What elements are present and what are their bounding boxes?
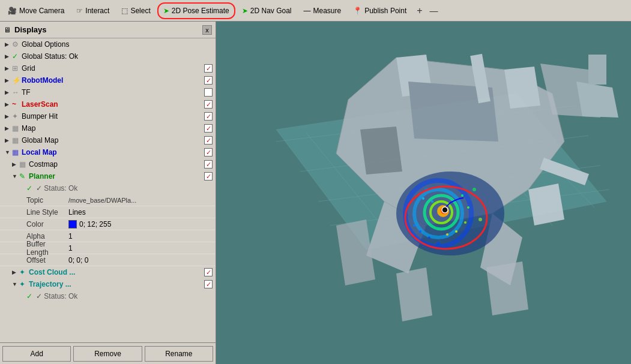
costmap-checkbox[interactable]: [204, 160, 213, 169]
tree-item-local-map[interactable]: ▼ ▦ Local Map: [0, 146, 216, 158]
interact-label: Interact: [85, 7, 109, 15]
svg-point-29: [413, 224, 415, 227]
remove-display-button[interactable]: Remove: [73, 346, 142, 362]
offset-value[interactable]: 0; 0; 0: [66, 256, 216, 264]
bumperhit-icon: ✦: [12, 112, 22, 121]
map-checkbox[interactable]: [204, 124, 213, 133]
tree-container[interactable]: ▶ ⚙ Global Options ▶ ✓ Global Status: Ok…: [0, 38, 216, 342]
pose-estimate-button[interactable]: ➤ 2D Pose Estimate: [157, 2, 235, 19]
line-style-value[interactable]: Lines: [66, 208, 216, 216]
topic-key: Topic: [0, 196, 66, 204]
costcloud-checkbox[interactable]: [204, 268, 213, 276]
svg-point-32: [431, 200, 433, 203]
tree-item-map[interactable]: ▶ ▦ Map: [0, 122, 216, 134]
prop-row-color: Color 0; 12; 255: [0, 218, 216, 230]
svg-point-35: [467, 206, 469, 209]
planner-icon: ✎: [19, 172, 29, 181]
planner-checkbox[interactable]: [204, 172, 213, 181]
bumperhit-label: Bumper Hit: [22, 112, 204, 121]
prop-row-buffer-length: Buffer Length 1: [0, 242, 216, 254]
trajectory-icon: ✦: [19, 280, 29, 288]
map-label: Map: [22, 124, 204, 133]
robotmodel-label: RobotModel: [22, 76, 204, 85]
tf-checkbox[interactable]: [204, 88, 213, 97]
tree-item-global-options[interactable]: ▶ ⚙ Global Options: [0, 38, 216, 50]
nav-goal-button[interactable]: ➤ 2D Nav Goal: [237, 2, 297, 19]
publish-point-button[interactable]: 📍 Publish Point: [348, 2, 412, 19]
main-layout: 🖥 Displays x ▶ ⚙ Global Options ▶ ✓ Glob…: [0, 22, 631, 364]
add-display-button[interactable]: Add: [2, 346, 71, 362]
robotmodel-checkbox[interactable]: [204, 76, 213, 85]
interact-button[interactable]: ☞ Interact: [71, 2, 115, 19]
costmap-expand-arrow: ▶: [12, 161, 19, 167]
costcloud-label: Cost Cloud ...: [29, 268, 204, 276]
tree-item-bumper-hit[interactable]: ▶ ✦ Bumper Hit: [0, 110, 216, 122]
color-value[interactable]: 0; 12; 255: [66, 220, 216, 228]
localmap-checkbox[interactable]: [204, 148, 213, 157]
color-swatch[interactable]: [68, 220, 77, 228]
robotmodel-expand-arrow: ▶: [5, 77, 12, 83]
tree-item-cost-cloud[interactable]: ▶ ✦ Cost Cloud ...: [0, 266, 216, 278]
tree-item-laserscan[interactable]: ▶ ~ LaserScan: [0, 98, 216, 110]
buffer-length-key: Buffer Length: [0, 240, 66, 257]
tree-item-trajectory[interactable]: ▼ ✦ Trajectory ...: [0, 278, 216, 290]
tree-item-planner[interactable]: ▼ ✎ Planner: [0, 170, 216, 182]
tree-item-trajectory-status: ✓ ✓ Status: Ok: [0, 290, 216, 302]
tf-label: TF: [22, 88, 204, 97]
globalmap-icon: ▦: [12, 136, 22, 145]
laserscan-expand-arrow: ▶: [5, 101, 12, 107]
laserscan-checkbox[interactable]: [204, 100, 213, 109]
tree-item-planner-status: ✓ ✓ Status: Ok: [0, 182, 216, 194]
measure-button[interactable]: — Measure: [298, 2, 347, 19]
svg-point-36: [464, 221, 466, 224]
tree-item-robotmodel[interactable]: ▶ ⚡ RobotModel: [0, 74, 216, 86]
left-panel: 🖥 Displays x ▶ ⚙ Global Options ▶ ✓ Glob…: [0, 22, 216, 364]
tree-item-costmap[interactable]: ▶ ▦ Costmap: [0, 158, 216, 170]
bumperhit-checkbox[interactable]: [204, 112, 213, 121]
global-options-label: Global Options: [22, 40, 214, 49]
trajectory-checkbox[interactable]: [204, 280, 213, 288]
svg-marker-47: [486, 261, 528, 315]
topic-value[interactable]: /move_base/DWAPla...: [66, 197, 216, 204]
buffer-length-value[interactable]: 1: [66, 244, 216, 252]
svg-point-30: [419, 230, 421, 233]
map-icon: ▦: [12, 124, 22, 133]
map-expand-arrow: ▶: [5, 125, 12, 131]
alpha-value[interactable]: 1: [66, 232, 216, 240]
tree-item-global-map[interactable]: ▶ ▦ Global Map: [0, 134, 216, 146]
laserscan-icon: ~: [12, 100, 22, 109]
rename-display-button[interactable]: Rename: [145, 346, 213, 362]
global-status-icon: ✓: [12, 52, 22, 61]
grid-icon: ⊞: [12, 64, 22, 73]
add-view-button[interactable]: +: [413, 4, 426, 17]
svg-point-38: [446, 233, 448, 236]
grid-checkbox[interactable]: [204, 64, 213, 73]
displays-close-button[interactable]: x: [202, 25, 212, 35]
pose-estimate-icon: ➤: [163, 7, 169, 15]
minus-view-button[interactable]: —: [427, 5, 441, 17]
bottom-buttons-bar: Add Remove Rename: [0, 342, 216, 364]
globalmap-checkbox[interactable]: [204, 136, 213, 145]
offset-key: Offset: [0, 256, 66, 264]
tree-item-global-status[interactable]: ▶ ✓ Global Status: Ok: [0, 50, 216, 62]
robot-position: [442, 207, 448, 213]
localmap-expand-arrow: ▼: [5, 149, 12, 155]
globalmap-label: Global Map: [22, 136, 204, 145]
measure-label: Measure: [313, 7, 342, 15]
displays-header: 🖥 Displays x: [0, 22, 216, 38]
tree-item-tf[interactable]: ▶ ↔ TF: [0, 86, 216, 98]
move-camera-button[interactable]: 🎥 Move Camera: [2, 2, 70, 19]
measure-icon: —: [304, 7, 311, 15]
3d-view-panel[interactable]: [216, 22, 631, 364]
pose-estimate-label: 2D Pose Estimate: [172, 7, 229, 15]
3d-scene[interactable]: [216, 22, 631, 364]
tree-item-grid[interactable]: ▶ ⊞ Grid: [0, 62, 216, 74]
globalmap-expand-arrow: ▶: [5, 137, 12, 143]
svg-point-41: [479, 218, 482, 221]
costcloud-expand-arrow: ▶: [12, 269, 19, 275]
svg-point-34: [461, 194, 463, 197]
select-button[interactable]: ⬚ Select: [116, 2, 155, 19]
costcloud-icon: ✦: [19, 268, 29, 276]
color-key: Color: [0, 220, 66, 228]
svg-point-33: [422, 197, 424, 200]
